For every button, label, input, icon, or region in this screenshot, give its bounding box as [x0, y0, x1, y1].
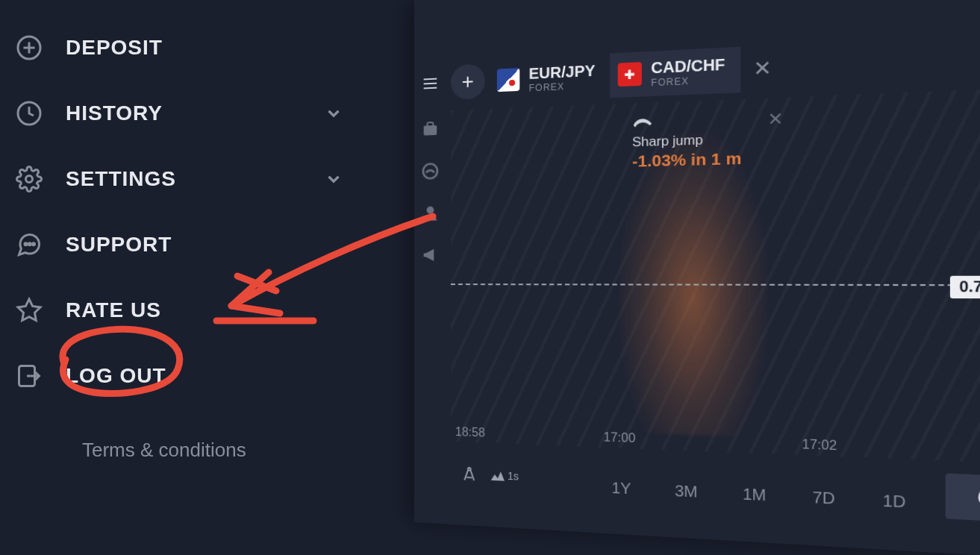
star-icon — [15, 296, 43, 324]
briefcase-icon[interactable] — [420, 119, 440, 140]
trading-stage: ⌄ $10000 DEMO + EUR/JPY FOREX ✚ — [414, 0, 980, 555]
user-icon[interactable] — [420, 202, 440, 224]
megaphone-icon[interactable] — [420, 245, 440, 266]
balance-type: DEMO — [939, 0, 980, 11]
menu-item-rateus[interactable]: RATE US — [15, 278, 373, 343]
timeframe-list: 1Y 3M 1M 7D 1D 6m — [604, 460, 980, 524]
asset-pair: EUR/JPY — [529, 62, 596, 83]
plus-circle-icon — [15, 34, 43, 62]
compass-icon[interactable] — [461, 465, 478, 483]
timeframe-7d[interactable]: 7D — [804, 483, 843, 513]
interval-label: 1s — [508, 470, 519, 483]
balance-widget[interactable]: ⌄ $10000 DEMO — [939, 0, 980, 11]
clock-icon — [15, 99, 43, 128]
close-tab-button[interactable]: ✕ — [745, 51, 779, 85]
menu-label: HISTORY — [66, 101, 163, 125]
timeframe-1d[interactable]: 1D — [874, 486, 915, 518]
price-chart[interactable]: Sharp jump -1.03% in 1 m ✕ 0.77498 0.775… — [451, 87, 980, 465]
timeframe-3m[interactable]: 3M — [667, 477, 706, 507]
menu-label: SUPPORT — [66, 233, 172, 257]
menu-item-history[interactable]: HISTORY — [15, 81, 373, 146]
tooltip-value: -1.03% in 1 m — [632, 149, 741, 171]
chevron-down-icon — [324, 169, 343, 189]
menu-label: LOG OUT — [66, 364, 166, 388]
current-price-tag: 0.77498 — [950, 276, 980, 299]
tooltip-title: Sharp jump — [632, 131, 741, 151]
signal-icon[interactable] — [420, 160, 440, 182]
flag-eu-jp-icon — [497, 68, 519, 92]
menu-item-deposit[interactable]: DEPOSIT — [15, 15, 373, 81]
timeframe-1y[interactable]: 1Y — [604, 474, 640, 503]
main-menu: DEPOSIT HISTORY SETTINGS — [0, 0, 373, 462]
svg-point-4 — [28, 243, 31, 245]
trading-panel: ⌄ $10000 DEMO + EUR/JPY FOREX ✚ — [414, 0, 980, 555]
timeframe-6m[interactable]: 6m — [946, 474, 980, 524]
timeframe-strip: 1s 1Y 3M 1M 7D 1D 6m — [451, 451, 980, 527]
svg-point-11 — [468, 468, 471, 471]
chevron-down-icon — [324, 104, 343, 123]
chart-tools: 1s — [451, 465, 519, 485]
menu-item-logout[interactable]: LOG OUT — [15, 343, 373, 409]
svg-point-2 — [26, 176, 33, 183]
menu-item-support[interactable]: SUPPORT — [15, 212, 373, 278]
logout-icon — [15, 362, 43, 390]
x-axis-tick: 18:58 — [455, 425, 485, 440]
chart-type-button[interactable]: 1s — [491, 469, 519, 483]
svg-marker-6 — [18, 299, 40, 321]
terms-link[interactable]: Terms & conditions — [82, 439, 373, 462]
current-price-value: 0.77498 — [959, 278, 980, 296]
tooltip-close-button[interactable]: ✕ — [767, 109, 783, 131]
menu-label: DEPOSIT — [66, 36, 163, 60]
timeframe-1m[interactable]: 1M — [734, 480, 775, 509]
svg-rect-8 — [424, 125, 437, 136]
menu-item-settings[interactable]: SETTINGS — [15, 146, 373, 212]
hamburger-icon[interactable] — [414, 66, 446, 101]
svg-point-5 — [33, 243, 35, 245]
svg-point-10 — [427, 207, 434, 214]
add-asset-button[interactable]: + — [451, 63, 485, 100]
x-axis-tick: 17:02 — [802, 437, 837, 453]
flag-ca-ch-icon: ✚ — [617, 62, 641, 87]
svg-point-3 — [25, 243, 27, 245]
gear-icon — [15, 165, 43, 193]
asset-tab-cadchf[interactable]: ✚ CAD/CHF FOREX — [610, 46, 740, 98]
asset-tab-eurjpy[interactable]: EUR/JPY FOREX — [490, 53, 610, 102]
bear-icon — [632, 115, 653, 130]
chart-tool-rail — [414, 118, 446, 266]
menu-label: SETTINGS — [66, 167, 176, 191]
asset-pair: CAD/CHF — [651, 55, 725, 77]
chat-icon — [15, 231, 43, 259]
x-axis-tick: 17:00 — [604, 430, 636, 445]
menu-label: RATE US — [66, 298, 161, 322]
price-tooltip: Sharp jump -1.03% in 1 m — [627, 108, 746, 174]
